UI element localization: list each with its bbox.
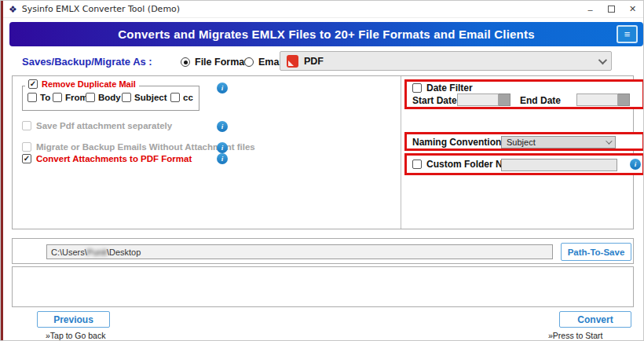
maximize-box-glyph [608,6,615,13]
path-username-redacted: Punit [87,248,107,257]
previous-hint: »Tap to Go back [46,331,105,340]
status-log-panel [12,266,634,307]
end-date-picker[interactable] [576,94,630,106]
migrate-without-attachment-checkbox[interactable] [22,142,31,152]
date-filter-checkbox[interactable] [412,83,422,93]
format-dropdown[interactable]: PDF [280,51,612,71]
close-icon[interactable]: ✕ [622,1,643,17]
custom-folder-section: Custom Folder Name [404,153,644,175]
info-icon-custom-folder[interactable] [630,159,641,170]
remove-duplicate-mail-option[interactable]: Remove Duplicate Mail [25,79,139,89]
app-window: ❖ Sysinfo EMLX Converter Tool (Demo) – ✕… [0,0,644,341]
chevron-down-icon [598,55,607,64]
date-filter-option[interactable]: Date Filter [412,82,473,94]
app-icon: ❖ [9,5,17,14]
dup-field-cc[interactable]: cc [170,93,193,102]
naming-convention-label: Naming Convention [412,137,501,148]
convert-hint: »Press to Start Conversion [548,331,643,341]
hamburger-menu-button[interactable]: ≡ [617,25,638,43]
remove-duplicate-label: Remove Duplicate Mail [42,79,136,89]
to-label: To [40,93,50,102]
end-date-label: End Date [520,95,561,106]
naming-convention-value: Subject [507,138,536,147]
maximize-icon[interactable] [601,1,622,17]
options-panel: Remove Duplicate Mail To From Body Subje… [12,75,634,229]
path-suffix: \Desktop [107,248,141,257]
radio-file-formats-control[interactable] [181,57,190,67]
info-icon-remove-duplicate[interactable] [217,82,228,94]
path-panel: C:\Users\Punit\Desktop Path-To-Save [12,238,634,264]
dup-field-to[interactable]: To [27,93,50,102]
cc-label: cc [183,93,193,102]
convert-attachments-option[interactable]: Convert Attachments to PDF Format [22,154,192,163]
pdf-file-icon [287,55,298,68]
convert-button[interactable]: Convert [559,311,631,328]
previous-button[interactable]: Previous [37,311,110,328]
start-date-field[interactable] [457,94,499,106]
convert-attachments-label: Convert Attachments to PDF Format [36,154,192,163]
info-icon-migrate-without-attachment[interactable] [217,142,228,153]
date-filter-section: Date Filter Start Date End Date [404,79,644,109]
from-checkbox[interactable] [53,93,62,102]
chevron-down-icon [606,138,612,144]
custom-folder-input[interactable] [501,159,617,171]
window-controls: – ✕ [580,1,643,17]
subject-label: Subject [134,93,167,102]
banner-title: Converts and Migrates EMLX Files to 20+ … [118,28,534,41]
window-title: Sysinfo EMLX Converter Tool (Demo) [22,4,180,14]
subject-checkbox[interactable] [122,93,131,102]
to-checkbox[interactable] [27,93,37,102]
naming-convention-dropdown[interactable]: Subject [501,136,616,148]
start-date-dropdown-button[interactable] [499,94,510,106]
cc-checkbox[interactable] [170,93,180,102]
saves-backup-migrate-label: Saves/Backup/Migrate As : [22,56,152,68]
body-label: Body [98,93,121,102]
path-prefix: C:\Users\ [51,248,87,257]
custom-folder-checkbox[interactable] [412,160,422,169]
radio-email-clients-control[interactable] [244,57,254,67]
dup-field-body[interactable]: Body [86,93,121,102]
dup-field-subject[interactable]: Subject [122,93,167,102]
format-dropdown-value: PDF [304,56,324,67]
save-path-field[interactable]: C:\Users\Punit\Desktop [46,244,553,259]
info-icon-save-pdf-attachment[interactable] [217,121,228,132]
end-date-dropdown-button[interactable] [618,94,630,106]
title-bar: ❖ Sysinfo EMLX Converter Tool (Demo) – ✕ [1,1,643,18]
naming-convention-section: Naming Convention Subject [404,132,644,151]
end-date-field[interactable] [576,94,618,106]
start-date-label: Start Date [412,95,457,106]
save-pdf-attachment-checkbox[interactable] [22,121,31,130]
save-pdf-attachment-option[interactable]: Save Pdf attachment separately [22,121,172,130]
save-pdf-attachment-label: Save Pdf attachment separately [36,121,172,130]
date-filter-label: Date Filter [426,82,473,94]
dup-field-from[interactable]: From [53,93,88,102]
radio-file-formats[interactable]: File Formats [181,57,253,68]
duplicate-criteria-group: To From Body Subject cc [22,86,199,111]
left-edge-stripe [1,1,3,340]
header-banner: Converts and Migrates EMLX Files to 20+ … [9,22,643,46]
info-icon-convert-attachments[interactable] [217,153,228,164]
body-checkbox[interactable] [86,93,95,102]
path-to-save-button[interactable]: Path-To-Save [561,243,631,261]
start-date-picker[interactable] [457,94,510,106]
from-label: From [65,93,88,102]
minimize-icon[interactable]: – [580,1,601,17]
convert-attachments-checkbox[interactable] [22,154,31,163]
remove-duplicate-checkbox[interactable] [28,79,38,89]
panel-divider [401,76,401,229]
